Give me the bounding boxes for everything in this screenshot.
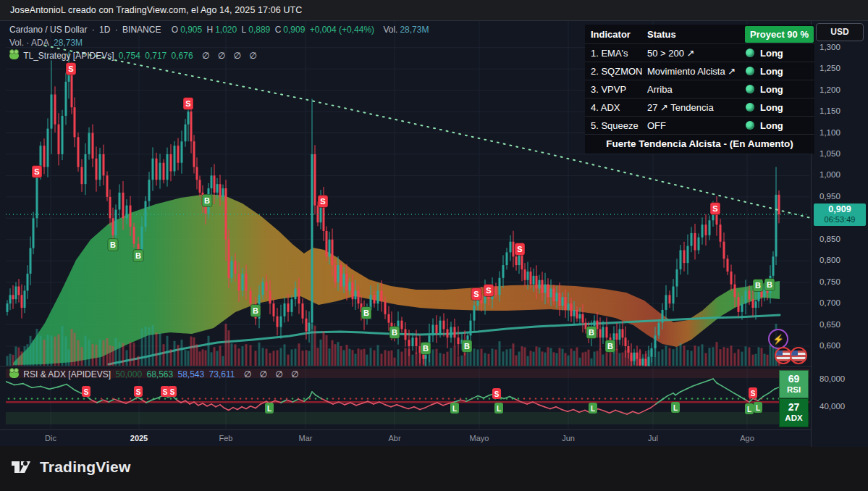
svg-text:B: B xyxy=(423,344,429,353)
buy-marker[interactable]: B xyxy=(462,340,472,353)
price-axis-label: 0,800 xyxy=(819,256,840,264)
svg-text:S: S xyxy=(136,388,141,396)
price-axis-label: 0,750 xyxy=(819,277,840,286)
svg-text:B: B xyxy=(253,306,258,315)
lightning-event-icon[interactable]: ⚡ xyxy=(768,329,788,349)
rsi-sell-marker[interactable]: S xyxy=(82,386,90,397)
indicator-status: Arriba xyxy=(647,80,673,98)
sell-marker[interactable]: S xyxy=(515,243,525,256)
proyect-90-button[interactable]: Proyect 90 % xyxy=(745,26,814,43)
price-axis-label: 0,600 xyxy=(819,341,840,350)
sell-marker[interactable]: S xyxy=(32,166,42,178)
low-value: 0,889 xyxy=(248,25,270,35)
sell-marker[interactable]: S xyxy=(318,196,328,208)
svg-text:S: S xyxy=(84,388,89,396)
sell-marker[interactable]: S xyxy=(710,203,720,215)
price-axis[interactable]: USD 1,3001,2501,2001,1501,1001,0501,0000… xyxy=(811,21,868,447)
buy-marker[interactable]: B xyxy=(586,327,597,339)
sell-marker[interactable]: S xyxy=(183,98,193,110)
time-axis-label-2025: 2025 xyxy=(130,434,148,442)
time-axis-label-mar: Mar xyxy=(299,434,313,442)
rsi-long-marker[interactable]: L xyxy=(450,403,459,414)
price-axis-label: 1,250 xyxy=(819,64,840,72)
svg-text:L: L xyxy=(756,404,760,412)
svg-text:S: S xyxy=(163,388,168,396)
time-axis[interactable]: Dic2025FebMarAbrMayoJunJulAgo xyxy=(0,429,868,447)
rsi-sell-marker[interactable]: S xyxy=(492,388,501,399)
indicator-row: 4. ADX27 ↗ TendenciaLong xyxy=(585,98,814,117)
change-value: +0,004 (+0,44%) xyxy=(310,25,374,35)
time-axis-label-jun: Jun xyxy=(562,434,575,442)
symbol-legend[interactable]: Cardano / US Dollar · 1D · BINANCE O0,90… xyxy=(9,25,431,35)
chart-area[interactable]: SSSSSSSSBBBBBBBBBBBBSSSSSSLLLLLLL Cardan… xyxy=(0,20,868,446)
tradingview-screenshot: JoseAntonioL creado con TradingView.com,… xyxy=(0,0,868,491)
strategy-name: TL_Strategy [APIDEVs] xyxy=(23,51,114,61)
volume-value: 28,73M xyxy=(400,25,429,35)
rsi-frog-icon xyxy=(9,370,19,378)
rsi-sell-marker[interactable]: S xyxy=(168,386,177,397)
signal-label: Long xyxy=(760,98,783,117)
buy-marker[interactable]: B xyxy=(605,340,615,353)
price-axis-label: 1,300 xyxy=(819,43,840,51)
price-axis-label: 0,850 xyxy=(819,235,840,243)
rsi-long-marker[interactable]: L xyxy=(494,403,503,414)
page-footer: TradingView xyxy=(0,446,868,491)
tradingview-logo-icon xyxy=(10,457,33,477)
close-value: 0,909 xyxy=(283,25,305,35)
panel-col-indicator: Indicator xyxy=(591,25,631,44)
rsi-axis-label: 40,000 xyxy=(819,402,845,411)
svg-text:S: S xyxy=(34,167,39,176)
exchange-label: BINANCE xyxy=(122,25,161,35)
sell-marker[interactable]: S xyxy=(66,63,76,75)
indicator-name: 3. VPVP xyxy=(591,80,626,98)
svg-text:B: B xyxy=(767,280,772,289)
buy-marker[interactable]: B xyxy=(764,279,775,291)
indicator-name: 4. ADX xyxy=(591,98,620,117)
rsi-long-marker[interactable]: L xyxy=(745,403,754,414)
price-axis-label: 1,100 xyxy=(819,128,840,137)
buy-marker[interactable]: B xyxy=(202,195,212,207)
svg-text:L: L xyxy=(747,406,751,414)
rsi-signal-markers[interactable]: SSSSSSLLLLLLL xyxy=(82,386,762,414)
panel-col-status: Status xyxy=(647,25,676,44)
rsi-long-marker[interactable]: L xyxy=(754,402,762,413)
svg-text:S: S xyxy=(486,286,491,295)
svg-text:S: S xyxy=(751,390,756,398)
strategy-frog-icon xyxy=(9,51,19,59)
time-axis-label-abr: Abr xyxy=(388,434,400,442)
svg-text:L: L xyxy=(267,405,271,413)
svg-text:B: B xyxy=(204,196,210,205)
buy-marker[interactable]: B xyxy=(108,239,118,251)
last-price-value: 0,909 xyxy=(814,204,866,215)
signal-label: Long xyxy=(760,80,783,98)
indicator-row: 3. VPVPArribaLong xyxy=(585,80,814,98)
time-axis-label-feb: Feb xyxy=(219,434,233,442)
buy-marker[interactable]: B xyxy=(389,327,400,339)
rsi-sell-marker[interactable]: S xyxy=(749,387,757,398)
us-flag-event-icon[interactable] xyxy=(790,347,807,364)
volume-legend[interactable]: Vol. · ADA 28,73M xyxy=(9,38,85,48)
panel-header-row: Indicator Status Proyect 90 % xyxy=(585,25,814,44)
rsi-long-marker[interactable]: L xyxy=(589,403,597,414)
strategy-empty-values: ∅ ∅ ∅ ∅ xyxy=(202,51,260,61)
buy-marker[interactable]: B xyxy=(361,307,371,319)
sell-marker[interactable]: S xyxy=(484,285,494,297)
high-value: 1,020 xyxy=(215,25,237,35)
indicator-status-panel: Indicator Status Proyect 90 % 1. EMA's50… xyxy=(585,25,814,154)
tradingview-logo[interactable]: TradingView xyxy=(10,457,131,477)
currency-toggle-button[interactable]: USD xyxy=(816,23,864,41)
rsi-long-marker[interactable]: L xyxy=(671,402,680,413)
rsi-adx-legend[interactable]: RSI & ADX [APIDEVS] 50,000 68,563 58,543… xyxy=(9,369,304,379)
price-axis-label: 0,700 xyxy=(819,298,840,307)
buy-marker[interactable]: B xyxy=(133,250,143,262)
svg-text:L: L xyxy=(452,405,457,413)
svg-text:L: L xyxy=(497,405,501,413)
rsi-long-marker[interactable]: L xyxy=(265,403,274,414)
strategy-legend[interactable]: TL_Strategy [APIDEVs] 0,754 0,717 0,676 … xyxy=(9,51,262,61)
rsi-sell-marker[interactable]: S xyxy=(134,386,143,397)
svg-text:S: S xyxy=(68,64,73,73)
buy-marker[interactable]: B xyxy=(250,305,261,317)
buy-marker[interactable]: B xyxy=(421,343,431,355)
buy-marker[interactable]: B xyxy=(753,280,763,292)
sell-marker[interactable]: S xyxy=(471,288,481,301)
